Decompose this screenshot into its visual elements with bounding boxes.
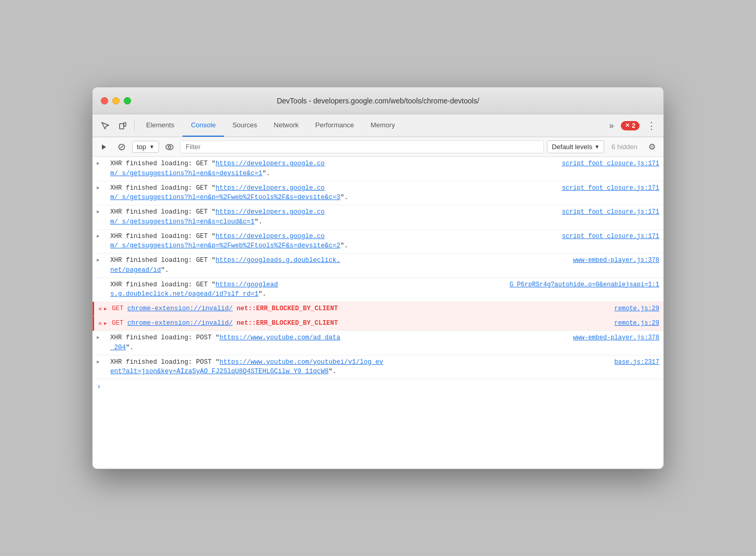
log-text: XHR finished loading: POST "https://www.… [110, 358, 659, 377]
log-message: XHR finished loading: GET "https://devel… [110, 207, 325, 227]
error-x-icon: ✕ [98, 320, 102, 327]
eye-button[interactable] [162, 140, 177, 154]
minimize-button[interactable] [112, 97, 120, 104]
tab-bar: Elements Console Sources Network Perform… [138, 114, 606, 137]
tab-elements[interactable]: Elements [138, 114, 183, 137]
main-toolbar: Elements Console Sources Network Perform… [93, 114, 663, 137]
log-link-2[interactable]: m/_s/getsuggestions?hl=en&p=%2Fweb%2Ftoo… [110, 194, 341, 201]
tab-sources[interactable]: Sources [224, 114, 266, 137]
log-message: XHR finished loading: GET "https://googl… [110, 256, 341, 275]
devtools-menu-button[interactable]: ⋮ [644, 118, 659, 134]
error-url-link[interactable]: chrome-extension://invalid/ [127, 305, 233, 312]
source-link[interactable]: base.js:2317 [615, 358, 659, 367]
inspect-button[interactable] [97, 117, 113, 134]
get-label: GET [112, 305, 124, 312]
expand-icon[interactable]: ▶ [97, 358, 107, 365]
log-link[interactable]: https://googlead [216, 281, 278, 288]
error-expand-icon[interactable]: ✕ ▶ [98, 304, 109, 313]
triangle-icon: ▶ [97, 186, 99, 191]
log-link[interactable]: https://googleads.g.doubleclick. [216, 257, 341, 264]
log-entry: ▶ XHR finished loading: POST "https://ww… [93, 355, 663, 380]
log-link-2[interactable]: ent?alt=json&key=AIzaSyAO_FJ2SlqU8Q4STEH… [110, 368, 329, 375]
log-text: XHR finished loading: GET "https://devel… [110, 159, 659, 179]
expand-icon[interactable]: ▶ [97, 159, 107, 166]
log-line: XHR finished loading: GET "https://devel… [110, 183, 659, 203]
log-text: XHR finished loading: GET "https://googl… [110, 256, 659, 275]
window-title: DevTools - developers.google.com/web/too… [277, 97, 479, 105]
log-text: GET chrome-extension://invalid/ net::ERR… [112, 319, 659, 328]
context-value: top [137, 143, 146, 151]
close-button[interactable] [101, 97, 108, 104]
error-url-link[interactable]: chrome-extension://invalid/ [127, 320, 233, 327]
source-link[interactable]: G_P6rpRSr4g?autohide…o=0&enablejsapi=1:1 [510, 280, 659, 289]
expand-icon[interactable]: ▶ [97, 207, 107, 215]
error-log-entry: ✕ ▶ GET chrome-extension://invalid/ net:… [93, 302, 663, 316]
source-link[interactable]: script_foot_closure.js:171 [562, 232, 659, 241]
tab-console[interactable]: Console [183, 114, 224, 137]
log-entry: ▶ XHR finished loading: POST "https://ww… [93, 331, 663, 355]
source-link[interactable]: remote.js:29 [615, 304, 659, 313]
toolbar-right: » ✕ 2 ⋮ [606, 118, 659, 134]
expand-icon[interactable]: ▶ [97, 183, 107, 191]
svg-rect-1 [124, 123, 126, 126]
log-link[interactable]: https://developers.google.co [216, 160, 325, 167]
run-script-button[interactable] [97, 140, 111, 154]
log-line: XHR finished loading: GET "https://googl… [110, 256, 659, 275]
triangle-icon: ▶ [97, 360, 99, 365]
log-message: XHR finished loading: GET "https://googl… [110, 280, 278, 300]
more-tabs-button[interactable]: » [606, 119, 617, 133]
log-link[interactable]: https://developers.google.co [216, 233, 325, 240]
source-link[interactable]: www-embed-player.js:378 [573, 256, 659, 265]
log-link[interactable]: https://developers.google.co [216, 184, 325, 192]
log-link-2[interactable]: m/_s/getsuggestions?hl=en&p=%2Fweb%2Ftoo… [110, 242, 341, 249]
clear-console-button[interactable] [114, 140, 129, 154]
log-link-2[interactable]: m/_s/getsuggestions?hl=en&s=cloud&c=1 [110, 218, 255, 226]
source-link[interactable]: remote.js:29 [615, 319, 659, 328]
log-line: XHR finished loading: POST "https://www.… [110, 358, 659, 377]
log-message: XHR finished loading: POST "https://www.… [110, 333, 341, 353]
expand-icon[interactable]: ▶ [97, 256, 107, 263]
error-log-entry: ✕ ▶ GET chrome-extension://invalid/ net:… [93, 316, 663, 331]
log-link-2[interactable]: m/_s/getsuggestions?hl=en&s=devsite&c=1 [110, 170, 263, 177]
source-link[interactable]: www-embed-player.js:378 [573, 333, 659, 342]
levels-dropdown[interactable]: Default levels ▼ [547, 140, 604, 153]
log-link[interactable]: https://www.youtube.com/youtubei/v1/log_… [219, 359, 383, 366]
tab-memory[interactable]: Memory [362, 114, 403, 137]
device-toggle-button[interactable] [114, 117, 131, 134]
devtools-window: DevTools - developers.google.com/web/too… [92, 87, 664, 469]
log-link-2[interactable]: _204 [110, 344, 126, 351]
tab-performance[interactable]: Performance [307, 114, 362, 137]
tab-network[interactable]: Network [266, 114, 307, 137]
error-expand-icon[interactable]: ✕ ▶ [98, 319, 109, 327]
log-link[interactable]: https://developers.google.co [216, 208, 325, 216]
log-line: XHR finished loading: GET "https://devel… [110, 159, 659, 179]
triangle-icon: ▶ [104, 306, 107, 312]
log-text: XHR finished loading: GET "https://googl… [110, 280, 659, 300]
log-entry: ▶ XHR finished loading: GET "https://dev… [93, 230, 663, 254]
log-link-2[interactable]: s.g.doubleclick.net/pagead/id?slf_rd=1 [110, 290, 258, 298]
svg-marker-2 [102, 144, 106, 150]
log-text: XHR finished loading: GET "https://devel… [110, 183, 659, 203]
levels-chevron-icon: ▼ [594, 144, 599, 150]
filter-input[interactable] [180, 140, 544, 153]
log-line: XHR finished loading: GET "https://devel… [110, 207, 659, 227]
hidden-count: 6 hidden [607, 143, 642, 151]
triangle-icon: ▶ [97, 234, 99, 239]
log-link-2[interactable]: net/pagead/id [110, 267, 161, 274]
console-input[interactable] [105, 383, 659, 391]
svg-point-6 [168, 145, 171, 148]
context-selector[interactable]: top ▼ [132, 141, 159, 153]
log-line: XHR finished loading: GET "https://googl… [110, 280, 659, 300]
get-label: GET [112, 320, 124, 327]
source-link[interactable]: script_foot_closure.js:171 [562, 159, 659, 168]
source-link[interactable]: script_foot_closure.js:171 [562, 183, 659, 193]
console-prompt: › [93, 379, 663, 394]
console-settings-button[interactable]: ⚙ [645, 140, 659, 154]
expand-icon[interactable]: ▶ [97, 333, 107, 340]
log-entry: ▶ XHR finished loading: GET "https://dev… [93, 205, 663, 230]
expand-icon[interactable]: ▶ [97, 232, 107, 239]
source-link[interactable]: script_foot_closure.js:171 [562, 207, 659, 217]
maximize-button[interactable] [124, 97, 131, 104]
log-link[interactable]: https://www.youtube.com/ad_data [219, 334, 341, 341]
log-line: XHR finished loading: GET "https://devel… [110, 232, 659, 251]
